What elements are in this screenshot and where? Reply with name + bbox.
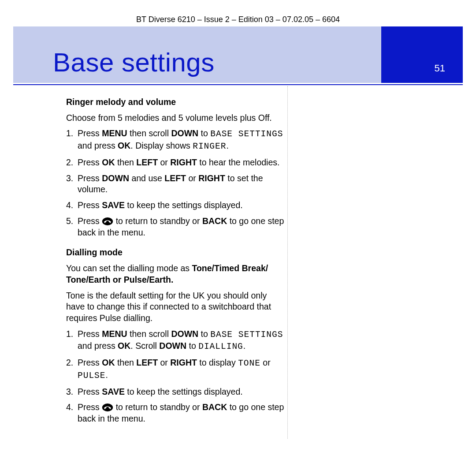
text: . Display shows	[130, 141, 193, 150]
text: to display	[197, 358, 238, 367]
text: and press	[78, 141, 118, 150]
display-text: PULSE	[78, 371, 106, 381]
key-label: LEFT	[136, 358, 158, 367]
step-item: Press MENU then scroll DOWN to BASE SETT…	[66, 128, 286, 152]
key-label: DOWN	[171, 128, 198, 138]
key-label: LEFT	[164, 173, 186, 183]
key-label: DOWN	[159, 341, 186, 351]
text: then	[115, 358, 137, 367]
end-call-key-icon	[102, 403, 113, 412]
step-item: Press OK then LEFT or RIGHT to hear the …	[66, 157, 286, 168]
text: Press	[78, 329, 102, 339]
step-item: Press MENU then scroll DOWN to BASE SETT…	[66, 329, 286, 353]
text: You can set the dialling mode as	[66, 263, 192, 273]
end-call-key-icon	[102, 217, 113, 226]
svg-point-0	[102, 217, 113, 225]
key-label: BACK	[202, 216, 227, 226]
text: to hear the melodies.	[197, 157, 280, 167]
step-item: Press SAVE to keep the settings displaye…	[66, 386, 286, 398]
steps-ringer: Press MENU then scroll DOWN to BASE SETT…	[66, 128, 286, 238]
text: to	[186, 341, 198, 351]
display-text: TONE	[238, 359, 260, 368]
key-label: OK	[102, 157, 115, 167]
key-label: DOWN	[102, 173, 129, 183]
text: .	[106, 370, 108, 380]
step-item: Press OK then LEFT or RIGHT to display T…	[66, 357, 286, 381]
text: Press	[78, 200, 102, 210]
manual-page: BT Diverse 6210 – Issue 2 – Edition 03 –…	[0, 0, 476, 452]
text: and use	[129, 173, 164, 183]
key-label: OK	[118, 341, 130, 351]
text: .	[226, 141, 228, 150]
text: to	[198, 128, 210, 138]
column-divider	[287, 86, 288, 439]
key-label: RIGHT	[198, 173, 225, 183]
section-intro: Choose from 5 melodies and 5 volume leve…	[66, 112, 286, 124]
text: . Scroll	[130, 341, 159, 351]
steps-dialling: Press MENU then scroll DOWN to BASE SETT…	[66, 329, 286, 425]
text: Press	[78, 128, 102, 138]
text: then scroll	[127, 128, 171, 138]
text: .	[243, 341, 245, 351]
title-banner: Base settings 51	[13, 26, 463, 83]
text: Press	[78, 387, 102, 396]
svg-point-1	[102, 403, 113, 411]
display-text: DIALLING	[198, 342, 243, 351]
key-label: RIGHT	[170, 358, 197, 367]
section-heading-dialling: Dialling mode	[66, 247, 286, 258]
display-text: RINGER	[193, 142, 226, 151]
display-text: BASE SETTINGS	[210, 129, 283, 139]
text: Press	[78, 402, 102, 412]
key-label: MENU	[102, 329, 127, 339]
banner-underline	[13, 84, 463, 85]
banner-right-bg	[381, 26, 463, 83]
text: or	[158, 358, 170, 367]
text: then scroll	[127, 329, 171, 339]
key-label: SAVE	[102, 387, 125, 396]
key-label: OK	[102, 358, 115, 367]
step-item: Press to return to standby or BACK to go…	[66, 216, 286, 238]
display-text: BASE SETTINGS	[210, 330, 283, 340]
key-label: MENU	[102, 128, 127, 138]
section-intro: You can set the dialling mode as Tone/Ti…	[66, 263, 286, 285]
section-heading-ringer: Ringer melody and volume	[66, 97, 286, 108]
text: to	[198, 329, 210, 339]
text: to return to standby or	[116, 216, 202, 226]
step-item: Press DOWN and use LEFT or RIGHT to set …	[66, 173, 286, 195]
text: to return to standby or	[116, 402, 202, 412]
text: and press	[78, 341, 118, 351]
text: then	[115, 157, 137, 167]
page-title: Base settings	[53, 47, 215, 78]
step-item: Press SAVE to keep the settings displaye…	[66, 200, 286, 211]
step-item: Press to return to standby or BACK to go…	[66, 402, 286, 424]
text: Press	[78, 358, 102, 367]
key-label: RIGHT	[170, 157, 197, 167]
text: Press	[78, 216, 102, 226]
text: or	[186, 173, 198, 183]
key-label: OK	[118, 141, 130, 150]
text: or	[158, 157, 170, 167]
key-label: BACK	[202, 402, 227, 412]
page-number: 51	[435, 63, 445, 74]
key-label: DOWN	[171, 329, 198, 339]
key-label: SAVE	[102, 200, 125, 210]
text: Press	[78, 173, 102, 183]
text: Press	[78, 157, 102, 167]
content-column: Ringer melody and volume Choose from 5 m…	[66, 95, 286, 429]
section-note: Tone is the default setting for the UK y…	[66, 290, 286, 324]
text: to keep the settings displayed.	[125, 387, 243, 396]
key-label: LEFT	[136, 157, 158, 167]
document-header: BT Diverse 6210 – Issue 2 – Edition 03 –…	[0, 15, 476, 24]
text: to keep the settings displayed.	[125, 200, 243, 210]
text: or	[260, 358, 271, 367]
